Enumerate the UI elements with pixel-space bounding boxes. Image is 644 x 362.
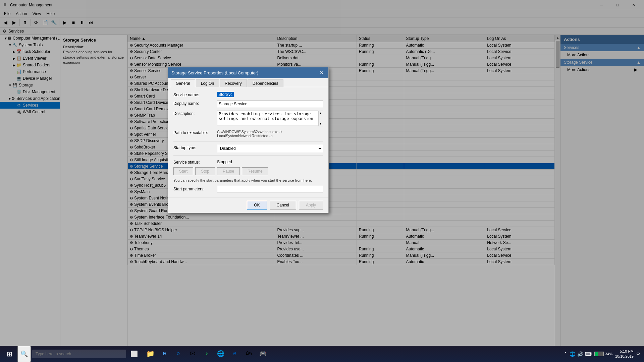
- startup-row: Startup type: Disabled Automatic Automat…: [173, 145, 323, 152]
- description-row: Description: Provides enabling services …: [173, 111, 323, 126]
- battery-percent: 34%: [605, 352, 612, 356]
- service-name-row: Service name: StorSvc: [173, 92, 323, 97]
- notification-icon[interactable]: 🗨: [636, 352, 640, 356]
- desc-scroll-down[interactable]: ▼: [319, 122, 322, 125]
- dialog-tab-logon[interactable]: Log On: [196, 79, 219, 87]
- display-name-value: [217, 101, 323, 107]
- service-name-highlighted: StorSvc: [217, 92, 234, 97]
- search-icon[interactable]: 🔍: [17, 346, 31, 362]
- dialog-title-text: Storage Service Properties (Local Comput…: [171, 70, 258, 75]
- task-view-icon[interactable]: ⬜: [127, 346, 141, 362]
- cancel-button[interactable]: Cancel: [270, 201, 296, 209]
- description-label: Description:: [173, 111, 217, 116]
- dialog-tab-recovery[interactable]: Recovery: [220, 79, 247, 87]
- taskbar-chrome[interactable]: 🌐: [214, 346, 227, 362]
- dialog-overlay: Storage Service Properties (Local Comput…: [0, 0, 644, 362]
- divider2: [173, 156, 323, 156]
- dialog-content: Service name: StorSvc Display name: Desc…: [168, 87, 328, 197]
- clock-date: 10/10/2019: [615, 354, 634, 359]
- dialog-close-button[interactable]: ✕: [318, 69, 325, 76]
- path-label: Path to executable:: [173, 130, 217, 135]
- taskbar-file-explorer[interactable]: 📁: [144, 346, 157, 362]
- startup-value: Disabled Automatic Automatic (Delayed St…: [217, 145, 323, 152]
- systray-icons: ⌃ 🌐 🔊 ⌨: [564, 351, 592, 357]
- dialog-footer: OK Cancel Apply: [168, 197, 328, 213]
- start-service-button[interactable]: Start: [173, 167, 193, 175]
- service-name-label: Service name:: [173, 92, 217, 97]
- service-name-value: StorSvc: [217, 92, 323, 97]
- dialog-tabs: General Log On Recovery Dependencies: [168, 78, 328, 87]
- start-params-label: Start parameters:: [173, 187, 217, 191]
- search-input[interactable]: [32, 350, 126, 358]
- chevron-up-icon[interactable]: ⌃: [564, 351, 568, 357]
- taskbar-mail[interactable]: ✉: [186, 346, 199, 362]
- status-value: Stopped: [217, 160, 232, 164]
- display-name-row: Display name:: [173, 101, 323, 107]
- taskbar-icons: 📁 e ○ ✉ ♪ 🌐 e 🛍 🎮: [144, 346, 270, 362]
- dialog-tab-dependencies[interactable]: Dependencies: [248, 79, 283, 87]
- ok-button[interactable]: OK: [247, 201, 267, 209]
- startup-label: Startup type:: [173, 145, 217, 150]
- desc-scrollbar: ▲ ▼: [318, 111, 323, 126]
- taskbar-store[interactable]: 🛍: [242, 346, 256, 362]
- network-icon[interactable]: 🌐: [570, 351, 575, 357]
- display-name-label: Display name:: [173, 101, 217, 106]
- apply-button[interactable]: Apply: [299, 201, 323, 209]
- battery-level: [595, 352, 598, 356]
- display-name-input[interactable]: [217, 101, 323, 107]
- hint-text: You can specify the start parameters tha…: [173, 178, 323, 183]
- volume-icon[interactable]: 🔊: [577, 351, 583, 357]
- pause-service-button[interactable]: Pause: [217, 167, 240, 175]
- status-row: Service status: Stopped: [173, 159, 323, 165]
- desc-scroll-up[interactable]: ▲: [319, 112, 322, 115]
- clock-time: 5:10 PM: [615, 349, 634, 354]
- dialog-title-bar: Storage Service Properties (Local Comput…: [168, 67, 328, 78]
- dialog-properties: Storage Service Properties (Local Comput…: [168, 67, 329, 213]
- dialog-tab-general[interactable]: General: [171, 79, 195, 87]
- start-params-row: Start parameters:: [173, 186, 323, 192]
- keyboard-icon[interactable]: ⌨: [585, 351, 592, 357]
- start-button[interactable]: ⊞: [1, 346, 17, 362]
- description-textarea[interactable]: Provides enabling services for storage s…: [217, 111, 323, 125]
- taskbar-right: ⌃ 🌐 🔊 ⌨ 34% 5:10 PM 10/10/2019 🗨: [564, 349, 643, 359]
- taskbar-steam[interactable]: 🎮: [256, 346, 270, 362]
- stop-service-button[interactable]: Stop: [195, 167, 215, 175]
- service-buttons: Start Stop Pause Resume: [173, 167, 323, 175]
- resume-service-button[interactable]: Resume: [242, 167, 268, 175]
- description-value: Provides enabling services for storage s…: [217, 111, 323, 126]
- taskbar: ⊞ 🔍 ⬜ 📁 e ○ ✉ ♪ 🌐 e 🛍 🎮 ⌃ 🌐 🔊 ⌨ 34% 5:10…: [0, 346, 644, 362]
- path-row: Path to executable: C:\WINDOWS\System32\…: [173, 130, 323, 138]
- taskbar-cortana[interactable]: ○: [172, 346, 185, 362]
- battery-section: 34%: [594, 352, 612, 356]
- startup-select[interactable]: Disabled Automatic Automatic (Delayed St…: [217, 145, 323, 152]
- start-params-input[interactable]: [217, 186, 323, 192]
- taskbar-ie[interactable]: e: [228, 346, 241, 362]
- status-label: Service status:: [173, 159, 217, 165]
- taskbar-spotify[interactable]: ♪: [200, 346, 213, 362]
- divider1: [173, 141, 323, 141]
- battery-indicator: [594, 352, 604, 356]
- taskbar-edge[interactable]: e: [158, 346, 171, 362]
- path-value: C:\WINDOWS\System32\svchost.exe -k Local…: [217, 130, 323, 138]
- time-display[interactable]: 5:10 PM 10/10/2019: [615, 349, 634, 359]
